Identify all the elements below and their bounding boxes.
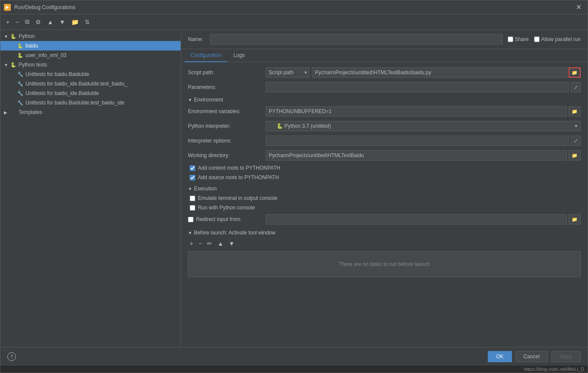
redirect-input-label[interactable]: Redirect input from:	[196, 216, 242, 222]
emulate-terminal-label[interactable]: Emulate terminal in output console	[198, 195, 277, 201]
before-launch-toolbar: + − ✏ ▲ ▼	[188, 239, 581, 248]
working-directory-input[interactable]	[266, 150, 567, 161]
allow-parallel-label[interactable]: Allow parallel run	[534, 34, 581, 44]
remove-config-button[interactable]: −	[13, 17, 21, 27]
ok-button[interactable]: OK	[488, 351, 512, 362]
run-python-console-checkbox[interactable]	[190, 205, 195, 211]
share-checkbox-label[interactable]: Share	[508, 34, 529, 44]
share-label: Share	[515, 36, 529, 42]
env-vars-input[interactable]	[266, 106, 567, 117]
add-content-roots-label[interactable]: Add content roots to PYTHONPATH	[198, 165, 280, 171]
before-launch-area: There are no tasks to run before launch	[188, 251, 581, 277]
cancel-button[interactable]: Cancel	[515, 351, 548, 362]
script-browse-button[interactable]: 📁	[569, 67, 581, 78]
move-down-button[interactable]: ▼	[57, 17, 67, 27]
emulate-terminal-checkbox[interactable]	[190, 196, 195, 201]
tree-item-unittest4[interactable]: 🔧 Unittests for baidu.BaiduIde.test_baid…	[0, 98, 181, 107]
tree-python-tests-group[interactable]: ▼ 🐍 Python tests	[0, 60, 181, 70]
before-launch-up-btn[interactable]: ▲	[216, 239, 225, 248]
add-source-roots-checkbox[interactable]	[190, 175, 195, 180]
main-toolbar: + − ⧉ ⚙ ▲ ▼ 📁 ⇅	[0, 14, 588, 30]
help-icon[interactable]: ?	[7, 352, 16, 361]
share-checkbox[interactable]	[508, 34, 513, 44]
environment-section-header: ▼ Environment	[188, 97, 581, 103]
unittest3-label: Unittests for baidu_ide.BaiduIde	[25, 90, 99, 96]
interpreter-row: Python interpreter: 🐍 Python 3.7 (untitl…	[188, 121, 581, 131]
config-content-area: Script path: Script path Module name ▼ 📁	[181, 62, 588, 347]
copy-config-button[interactable]: ⧉	[23, 17, 32, 27]
redirect-input-browse-btn[interactable]: 📁	[569, 214, 581, 224]
add-config-button[interactable]: +	[4, 17, 12, 27]
url-text: https://blog.csdn.net/MoLi_D	[524, 367, 584, 372]
folder-button[interactable]: 📁	[69, 17, 81, 27]
help-icon-container[interactable]: ?	[7, 352, 16, 361]
tab-logs[interactable]: Logs	[227, 49, 251, 62]
allow-parallel-checkbox[interactable]	[534, 34, 540, 44]
tree-item-baidu[interactable]: 🐍 baidu	[0, 41, 181, 51]
before-launch-add-btn[interactable]: +	[188, 239, 195, 248]
main-content: ▼ 🐍 Python 🐍 baidu 🐍 user_info_xml_03	[0, 30, 588, 347]
user-info-label: user_info_xml_03	[25, 52, 67, 58]
parameters-expand-btn[interactable]: ⤢	[571, 82, 581, 92]
tree-templates-group[interactable]: ▶ Templates	[0, 107, 181, 117]
interpreter-options-row: Interpreter options: ⤢	[188, 136, 581, 146]
run-python-console-row: Run with Python console	[188, 205, 581, 211]
add-content-roots-checkbox[interactable]	[190, 165, 195, 171]
interpreter-options-expand-btn[interactable]: ⤢	[571, 136, 581, 146]
move-up-button[interactable]: ▲	[45, 17, 55, 27]
name-input[interactable]: baidu	[210, 34, 502, 44]
environment-collapse-arrow[interactable]: ▼	[188, 98, 192, 102]
redirect-input-field: 📁	[266, 214, 581, 224]
sort-button[interactable]: ⇅	[83, 17, 92, 27]
working-directory-field: 📁	[266, 150, 581, 161]
before-launch-down-btn[interactable]: ▼	[227, 239, 236, 248]
script-type-select[interactable]: Script path Module name	[266, 67, 309, 78]
expand-templates-arrow: ▶	[4, 110, 10, 115]
add-source-roots-row: Add source roots to PYTHONPATH	[188, 174, 581, 180]
python-interpreter-label: Python interpreter:	[188, 123, 266, 129]
baidu-script-icon: 🐍	[17, 42, 24, 49]
interpreter-select[interactable]: 🐍 Python 3.7 (untitled)	[266, 121, 581, 131]
before-launch-section: ▼ Before launch: Activate tool window + …	[188, 230, 581, 277]
python-tests-label: Python tests	[19, 62, 47, 68]
expand-tests-arrow: ▼	[4, 63, 10, 67]
script-type-dropdown[interactable]: Script path Module name ▼	[266, 67, 309, 78]
config-tree: ▼ 🐍 Python 🐍 baidu 🐍 user_info_xml_03	[0, 30, 181, 342]
tree-item-unittest1[interactable]: 🔧 Unittests for baidu.BaiduIde	[0, 70, 181, 79]
run-python-console-label[interactable]: Run with Python console	[198, 205, 255, 211]
execution-collapse-arrow[interactable]: ▼	[188, 186, 192, 191]
close-button[interactable]: ✕	[573, 2, 584, 12]
tree-item-user-info[interactable]: 🐍 user_info_xml_03	[0, 51, 181, 60]
window-title: Run/Debug Configurations	[14, 4, 75, 10]
redirect-input-input[interactable]	[266, 214, 567, 224]
before-launch-remove-btn[interactable]: −	[197, 239, 203, 248]
env-vars-row: Environment variables: 📁	[188, 106, 581, 117]
script-path-field: Script path Module name ▼ 📁	[266, 67, 581, 78]
redirect-input-checkbox[interactable]	[188, 217, 194, 222]
parameters-input[interactable]	[266, 82, 569, 92]
env-vars-browse-btn[interactable]: 📁	[569, 106, 581, 117]
execution-section-header: ▼ Execution	[188, 186, 581, 192]
before-launch-arrow[interactable]: ▼	[188, 231, 192, 235]
add-source-roots-label[interactable]: Add source roots to PYTHONPATH	[198, 174, 279, 180]
interpreter-options-input[interactable]	[266, 136, 569, 146]
interpreter-select-wrapper[interactable]: 🐍 Python 3.7 (untitled)	[266, 121, 581, 131]
tree-item-unittest3[interactable]: 🔧 Unittests for baidu_ide.BaiduIde	[0, 89, 181, 98]
left-panel-scrollbar[interactable]	[0, 342, 181, 347]
script-path-label: Script path:	[188, 70, 266, 76]
name-label: Name:	[188, 36, 203, 42]
unittest4-icon: 🔧	[17, 99, 24, 106]
title-bar: ▶ Run/Debug Configurations ✕	[0, 0, 588, 14]
tab-configuration[interactable]: Configuration	[184, 49, 227, 62]
python-group-label: Python	[19, 33, 35, 39]
python-group-icon: 🐍	[10, 33, 17, 40]
script-path-input[interactable]	[312, 67, 568, 78]
working-directory-browse-btn[interactable]: 📁	[569, 150, 581, 161]
tree-python-group[interactable]: ▼ 🐍 Python	[0, 32, 181, 41]
tree-item-unittest2[interactable]: 🔧 Unittests for baidu_ide.BaiduIde.test_…	[0, 79, 181, 89]
no-tasks-text: There are no tasks to run before launch	[339, 261, 429, 267]
before-launch-edit-btn[interactable]: ✏	[205, 239, 214, 248]
apply-button[interactable]: Apply	[551, 351, 581, 362]
interpreter-options-label: Interpreter options:	[188, 138, 266, 144]
settings-button[interactable]: ⚙	[33, 17, 43, 27]
